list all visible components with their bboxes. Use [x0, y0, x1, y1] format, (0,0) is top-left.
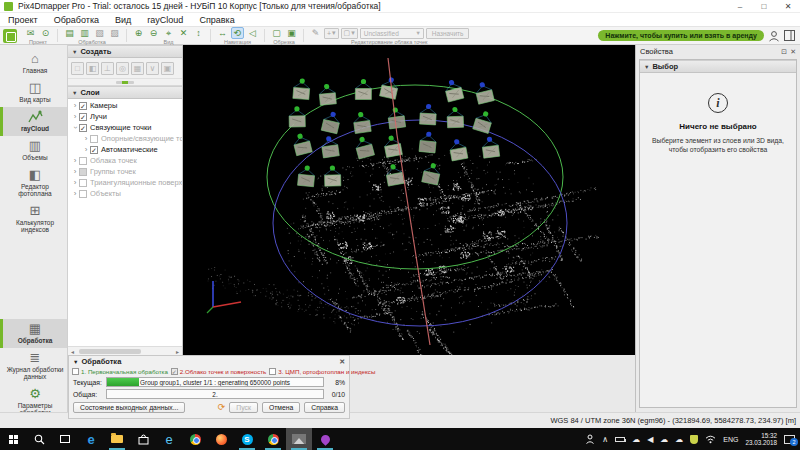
create-animation-icon[interactable]: ▦ — [131, 62, 144, 75]
menu-help[interactable]: Справка — [191, 13, 242, 27]
selection-section-header[interactable]: ▼ Выбор — [640, 60, 796, 73]
layer-checkbox[interactable] — [79, 168, 87, 176]
volume-icon[interactable]: ◀ — [647, 435, 653, 444]
step-dsm-orthomosaic[interactable]: 3. ЦМП, ортофотоплан и индексы — [269, 368, 375, 375]
layer-tie-points[interactable]: › ✓ Связующие точки — [68, 122, 182, 133]
taskbar-internet-explorer[interactable]: e — [156, 428, 182, 450]
layer-checkbox[interactable]: ✓ — [79, 102, 87, 110]
menu-raycloud[interactable]: rayCloud — [139, 13, 191, 27]
processing-upload-icon[interactable]: ▧ — [93, 27, 106, 39]
expand-icon[interactable]: › — [71, 101, 79, 110]
processing-local-icon[interactable]: ▤ — [63, 27, 76, 39]
zoom-fit-icon[interactable]: ⌖ — [162, 27, 175, 39]
menu-processing[interactable]: Обработка — [46, 13, 107, 27]
start-button[interactable] — [0, 428, 26, 450]
step-checkbox[interactable]: ✓ — [171, 368, 178, 375]
add-selection-dropdown[interactable]: +▾ — [324, 28, 339, 39]
taskbar-maps[interactable] — [312, 428, 338, 450]
expand-icon[interactable]: › — [82, 145, 90, 154]
clip-box-icon[interactable]: ▢ — [270, 27, 283, 39]
camera-view-tool-icon[interactable]: ◁ — [246, 27, 259, 39]
taskbar-browser[interactable] — [260, 428, 286, 450]
close-button[interactable]: ✕ — [776, 0, 800, 13]
wifi-icon[interactable] — [705, 435, 716, 444]
viewport-3d[interactable] — [183, 45, 635, 355]
create-section-header[interactable]: ▼ Создать — [68, 45, 182, 58]
selection-shape-dropdown[interactable]: ▢▾ — [341, 28, 358, 39]
layer-checkbox[interactable] — [90, 135, 98, 143]
layer-point-groups[interactable]: › Группы точек — [68, 166, 182, 177]
panel-splitter[interactable] — [68, 79, 182, 86]
float-panel-icon[interactable]: ⊡ — [781, 48, 787, 56]
layer-triangle-meshes[interactable]: › Триангуляционные поверхности — [68, 177, 182, 188]
view-expand-icon[interactable]: ↕ — [192, 27, 205, 39]
expand-icon[interactable]: › — [71, 112, 79, 121]
step-point-cloud-mesh[interactable]: ✓ 2.Облако точек и поверхность — [171, 368, 267, 375]
expand-icon[interactable]: › — [71, 178, 79, 187]
processing-download-icon[interactable]: ▨ — [108, 27, 121, 39]
taskbar-file-explorer[interactable] — [104, 428, 130, 450]
layer-checkbox[interactable]: ✓ — [79, 113, 87, 121]
user-account-icon[interactable] — [768, 30, 780, 42]
layer-rays[interactable]: › ✓ Лучи — [68, 111, 182, 122]
assign-button[interactable]: Назначить — [426, 28, 470, 39]
create-orthoplane-icon[interactable]: ◎ — [116, 62, 129, 75]
scroll-left-icon[interactable]: ◂ — [68, 348, 77, 355]
taskbar-pix4d-active[interactable] — [286, 428, 312, 450]
project-target-icon[interactable]: ⊙ — [39, 27, 52, 39]
onedrive-icon[interactable]: ☁ — [660, 435, 668, 444]
sidebar-item-home[interactable]: ⌂ Главная — [0, 49, 67, 78]
expand-icon[interactable]: › — [71, 124, 80, 132]
layer-objects[interactable]: › Объекты — [68, 188, 182, 199]
layout-panel-icon[interactable] — [784, 30, 795, 41]
layer-checkbox[interactable] — [79, 190, 87, 198]
clip-edit-icon[interactable]: ▣ — [285, 27, 298, 39]
expand-icon[interactable]: › — [82, 134, 90, 143]
taskbar-store[interactable] — [130, 428, 156, 450]
expand-icon[interactable]: › — [71, 156, 79, 165]
onedrive-personal-icon[interactable]: ☁ — [675, 435, 683, 444]
expand-icon[interactable]: › — [71, 189, 79, 198]
layer-checkbox[interactable] — [79, 179, 87, 187]
processing-panel-header[interactable]: ▼ Обработка ✕ — [69, 356, 349, 367]
sidebar-item-processing[interactable]: ▦ Обработка — [0, 319, 67, 348]
help-button[interactable]: Справка — [304, 402, 345, 413]
menu-view[interactable]: Вид — [107, 13, 139, 27]
create-polyline-icon[interactable]: □ — [71, 62, 84, 75]
cloud-icon[interactable]: ☁ — [632, 435, 640, 444]
start-button[interactable]: Пуск — [229, 402, 258, 413]
taskbar-firefox[interactable] — [208, 428, 234, 450]
layer-point-clouds[interactable]: › Облака точек — [68, 155, 182, 166]
menu-project[interactable]: Проект — [0, 13, 46, 27]
step-checkbox[interactable] — [72, 368, 79, 375]
processing-close-icon[interactable]: ✕ — [339, 358, 345, 366]
layer-checkbox[interactable]: ✓ — [79, 124, 87, 132]
create-scale-icon[interactable]: ∨ — [146, 62, 159, 75]
layers-section-header[interactable]: ▼ Слои — [68, 86, 182, 99]
task-view-button[interactable] — [52, 428, 78, 450]
sidebar-item-log-output[interactable]: ≣ Журнал обработки данных — [0, 348, 67, 384]
taskbar-clock[interactable]: 15:32 23.03.2018 — [745, 432, 777, 447]
tray-expand-icon[interactable]: ∧ — [602, 435, 608, 444]
zoom-in-icon[interactable]: ⊕ — [132, 27, 145, 39]
battery-icon[interactable] — [615, 437, 625, 442]
scrollbar-thumb[interactable] — [79, 349, 141, 354]
maximize-button[interactable]: □ — [752, 0, 776, 13]
language-indicator[interactable]: ENG — [723, 436, 738, 443]
zoom-out-icon[interactable]: ⊖ — [147, 27, 160, 39]
layer-automatic-tie-points[interactable]: › ✓ Автоматические — [68, 144, 182, 155]
sidebar-item-index-calculator[interactable]: ⊞ Калькулятор индексов — [0, 201, 67, 237]
layer-gcp-tie-points[interactable]: › Опорные/связующие точки — [68, 133, 182, 144]
orbit-tool-icon[interactable]: ⟲ — [231, 27, 244, 39]
layer-cameras[interactable]: › ✓ Камеры — [68, 100, 182, 111]
edit-brush-icon[interactable]: ✎ — [309, 27, 322, 39]
pan-tool-icon[interactable]: ↔ — [216, 27, 229, 39]
defender-shield-icon[interactable] — [690, 435, 698, 444]
step-checkbox[interactable] — [269, 368, 276, 375]
layer-checkbox[interactable] — [79, 157, 87, 165]
taskbar-edge[interactable]: e — [78, 428, 104, 450]
taskbar-search-button[interactable] — [26, 428, 52, 450]
cancel-button[interactable]: Отмена — [262, 402, 300, 413]
minimize-button[interactable]: – — [728, 0, 752, 13]
processing-open-icon[interactable]: ▥ — [78, 27, 91, 39]
